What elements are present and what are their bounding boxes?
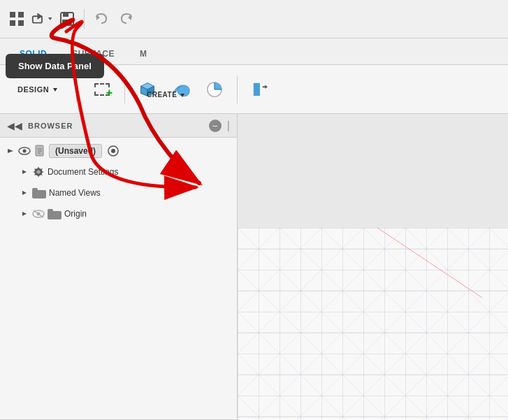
svg-marker-23 [266, 85, 268, 89]
svg-marker-24 [180, 94, 184, 97]
doc-settings-arrow-icon [20, 167, 29, 177]
svg-rect-0 [10, 12, 15, 17]
tree-item-document-settings[interactable]: Document Settings [0, 161, 237, 182]
tooltip-text: Show Data Panel [18, 61, 92, 71]
svg-rect-8 [63, 13, 68, 17]
sketch-rect-icon: + [94, 83, 110, 96]
svg-rect-1 [18, 12, 24, 17]
dropdown-arrow-icon [47, 15, 53, 22]
svg-marker-41 [22, 212, 27, 216]
browser-panel: ◀◀ BROWSER – | [0, 114, 238, 420]
svg-point-37 [37, 171, 41, 174]
browser-content: (Unsaved) [0, 138, 237, 227]
isometric-grid [238, 228, 508, 420]
design-label: DESIGN [17, 85, 49, 94]
save-icon [59, 11, 75, 27]
revolve-icon [206, 81, 223, 98]
doc-settings-label: Document Settings [48, 167, 118, 177]
named-views-label: Named Views [49, 188, 101, 198]
insert-icon [252, 82, 268, 97]
svg-rect-2 [10, 20, 15, 26]
svg-rect-46 [48, 209, 53, 212]
record-icon [108, 145, 119, 157]
origin-arrow-icon [20, 209, 29, 219]
svg-rect-21 [254, 82, 260, 89]
show-data-panel-tooltip: Show Data Panel [6, 54, 104, 78]
browser-pipe: | [227, 120, 230, 132]
tree-item-named-views[interactable]: Named Views [0, 182, 237, 203]
revolve-tool-button[interactable] [201, 75, 228, 103]
browser-header: ◀◀ BROWSER – | [0, 114, 237, 138]
gear-icon [32, 166, 45, 178]
create-label: CREATE [147, 91, 177, 99]
apps-button[interactable] [6, 8, 28, 30]
svg-marker-6 [48, 17, 52, 20]
unsaved-eye-icon [18, 146, 31, 156]
save-button[interactable] [56, 8, 78, 30]
unsaved-arrow-icon [6, 146, 15, 156]
toolbar-separator-2 [124, 75, 125, 103]
toolbar-divider [84, 9, 85, 29]
svg-rect-40 [32, 188, 38, 191]
svg-marker-12 [53, 88, 57, 92]
svg-marker-11 [128, 15, 131, 20]
undo-button[interactable] [90, 8, 113, 30]
create-label-group: CREATE [147, 91, 186, 99]
svg-point-33 [111, 149, 115, 153]
browser-collapse-button[interactable]: – [209, 120, 222, 132]
top-toolbar [0, 0, 508, 38]
svg-marker-25 [8, 149, 13, 153]
create-dropdown-icon [179, 92, 186, 99]
named-views-arrow-icon [20, 188, 29, 198]
svg-point-27 [23, 150, 27, 153]
sketch-tool-button[interactable]: + [88, 75, 116, 103]
main-content: ◀◀ BROWSER – | [0, 114, 508, 420]
origin-label: Origin [64, 209, 87, 219]
tree-item-origin[interactable]: Origin [0, 203, 237, 224]
grid-icon [9, 11, 24, 27]
svg-marker-34 [22, 170, 27, 174]
toolbar-separator [76, 75, 77, 103]
browser-minus-icon: – [213, 121, 218, 131]
sweep-tool-button[interactable] [167, 75, 195, 103]
browser-title: BROWSER [28, 122, 203, 130]
design-dropdown-arrow-icon [52, 86, 59, 93]
svg-rect-50 [238, 228, 508, 420]
svg-marker-10 [96, 15, 100, 20]
redo-icon [119, 11, 134, 27]
component-icon [31, 10, 47, 27]
tree-item-unsaved[interactable]: (Unsaved) [0, 140, 237, 161]
sketch-plus-icon: + [106, 87, 113, 99]
origin-eye-crossed-icon [32, 209, 45, 219]
box-tool-button[interactable] [133, 75, 161, 103]
unsaved-doc-icon [34, 145, 46, 157]
toolbar-separator-3 [237, 75, 238, 103]
redo-button[interactable] [115, 8, 138, 30]
unsaved-label: (Unsaved) [49, 144, 102, 158]
component-button[interactable] [31, 8, 53, 30]
viewport-area[interactable] [238, 228, 508, 420]
tab-mesh[interactable]: M [127, 45, 160, 64]
design-dropdown[interactable]: DESIGN [11, 82, 65, 97]
svg-marker-38 [22, 191, 27, 195]
svg-rect-3 [18, 20, 24, 26]
svg-rect-9 [62, 20, 72, 24]
named-views-folder-icon [32, 187, 46, 198]
svg-rect-20 [254, 89, 260, 96]
origin-folder-icon [48, 208, 61, 219]
browser-back-icon[interactable]: ◀◀ [7, 120, 22, 131]
insert-tool-button[interactable] [246, 75, 274, 103]
undo-icon [94, 11, 109, 27]
